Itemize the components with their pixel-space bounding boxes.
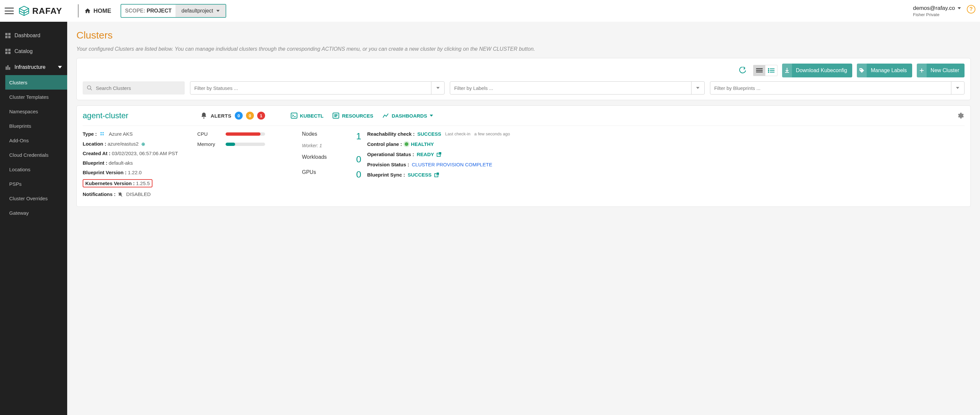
alert-badge-error[interactable]: 1 (257, 112, 265, 119)
home-icon (84, 8, 91, 14)
sidebar-item-dashboard[interactable]: Dashboard (0, 28, 67, 43)
provision-status-link[interactable]: CLUSTER PROVISION COMPLETE (412, 162, 492, 167)
grid-icon (5, 49, 11, 54)
filter-blueprints[interactable]: Filter by Blueprints ... (710, 81, 964, 95)
new-cluster-button[interactable]: New Cluster (917, 64, 964, 77)
svg-rect-8 (6, 67, 7, 70)
health-dot-icon (405, 142, 408, 146)
svg-rect-6 (5, 52, 8, 54)
alert-badge-info[interactable]: 0 (235, 112, 243, 119)
page-title: Clusters (76, 30, 971, 41)
dashboard-icon (5, 33, 11, 38)
open-external-icon[interactable] (434, 173, 439, 177)
refresh-icon (739, 67, 746, 74)
svg-point-14 (768, 68, 769, 70)
terminal-icon (291, 113, 298, 119)
svg-rect-2 (5, 36, 8, 38)
caret-down-icon (958, 7, 961, 9)
search-clusters[interactable] (83, 81, 185, 95)
chevron-down-icon (436, 87, 440, 89)
dashboards-button[interactable]: DASHBOARDS (382, 113, 433, 119)
list-view-icon (768, 68, 775, 73)
logo[interactable]: RAFAY (18, 5, 62, 16)
download-icon (784, 68, 790, 73)
search-input[interactable] (96, 85, 181, 91)
menu-toggle[interactable] (5, 8, 14, 14)
svg-rect-1 (8, 33, 11, 35)
sidebar-item-infrastructure[interactable]: Infrastructure (0, 59, 67, 75)
filter-labels[interactable]: Filter by Labels ... (450, 81, 705, 95)
alerts-label: ALERTS (211, 113, 232, 119)
logo-text: RAFAY (32, 6, 62, 16)
svg-rect-9 (7, 65, 9, 70)
home-link[interactable]: HOME (84, 8, 111, 14)
scope-selector[interactable]: SCOPE: PROJECT defaultproject (121, 4, 226, 18)
main-content: Clusters Your configured Clusters are li… (67, 22, 980, 415)
svg-rect-10 (9, 67, 10, 70)
sidebar-item-catalog[interactable]: Catalog (0, 43, 67, 59)
open-external-icon[interactable] (437, 152, 441, 157)
svg-rect-23 (291, 113, 297, 118)
cluster-card: agent-cluster ALERTS 0 0 1 KUBECTL RESO (76, 105, 971, 207)
scope-label: SCOPE: PROJECT (121, 8, 175, 14)
svg-rect-7 (8, 52, 11, 54)
svg-rect-0 (5, 33, 8, 35)
view-toggle (753, 65, 778, 76)
bell-off-icon (118, 192, 123, 197)
city-icon (5, 65, 11, 70)
tag-icon (859, 68, 864, 73)
cluster-settings-button[interactable] (957, 112, 964, 119)
filter-statuses[interactable]: Filter by Statuses ... (190, 81, 445, 95)
resources-button[interactable]: RESOURCES (332, 113, 373, 119)
kubernetes-version-highlight: Kubernetes Version :1.25.5 (83, 179, 153, 188)
svg-rect-15 (770, 68, 775, 69)
refresh-button[interactable] (737, 65, 748, 76)
sidebar-item-addons[interactable]: Add-Ons (5, 133, 67, 148)
sidebar-item-namespaces[interactable]: Namespaces (5, 104, 67, 119)
cluster-name-link[interactable]: agent-cluster (83, 111, 129, 120)
svg-rect-13 (756, 72, 763, 72)
view-card-button[interactable] (753, 65, 765, 76)
svg-rect-5 (8, 49, 11, 51)
sidebar-item-locations[interactable]: Locations (5, 162, 67, 176)
target-icon (141, 142, 145, 146)
svg-rect-19 (770, 72, 775, 72)
svg-point-26 (102, 132, 104, 134)
azure-icon (100, 132, 105, 137)
chevron-down-icon (696, 87, 700, 89)
toolbar-panel: Download Kubeconfig Manage Labels New Cl… (76, 58, 971, 100)
sidebar-item-cluster-templates[interactable]: Cluster Templates (5, 90, 67, 104)
sidebar: Dashboard Catalog Infrastructure Cluster… (0, 22, 67, 415)
sidebar-item-cloud-credentials[interactable]: Cloud Credentials (5, 148, 67, 162)
svg-point-28 (102, 134, 104, 135)
search-icon (87, 85, 92, 91)
sidebar-item-cluster-overrides[interactable]: Cluster Overrides (5, 191, 67, 205)
resource-bars: CPU Memory (197, 131, 296, 151)
plus-icon (919, 68, 924, 73)
chart-icon (382, 113, 389, 118)
download-kubeconfig-button[interactable]: Download Kubeconfig (782, 64, 853, 77)
svg-rect-11 (756, 68, 763, 69)
svg-rect-4 (5, 49, 8, 51)
cluster-meta: Type : Azure AKS Location :azure/eastus2… (83, 131, 191, 201)
kubectl-button[interactable]: KUBECTL (291, 113, 324, 119)
cluster-counts: Nodes1 Worker: 1 Workloads0 GPUs0 (302, 131, 361, 184)
svg-point-30 (143, 144, 144, 145)
view-list-button[interactable] (765, 65, 777, 76)
scope-value[interactable]: defaultproject (175, 5, 226, 17)
alert-badge-warning[interactable]: 0 (246, 112, 254, 119)
cpu-bar: CPU (197, 131, 296, 137)
sidebar-item-blueprints[interactable]: Blueprints (5, 119, 67, 133)
home-label: HOME (94, 8, 111, 14)
topbar: RAFAY HOME SCOPE: PROJECT defaultproject… (0, 0, 980, 22)
help-button[interactable]: ? (967, 5, 975, 14)
user-menu[interactable]: demos@rafay.co (913, 5, 961, 11)
sidebar-item-gateway[interactable]: Gateway (5, 205, 67, 220)
svg-point-16 (768, 70, 769, 71)
manage-labels-button[interactable]: Manage Labels (857, 64, 912, 77)
sidebar-item-psps[interactable]: PSPs (5, 176, 67, 191)
sidebar-submenu-infrastructure: Clusters Cluster Templates Namespaces Bl… (0, 75, 67, 220)
sidebar-item-clusters[interactable]: Clusters (5, 75, 67, 90)
logo-icon (18, 5, 30, 16)
svg-rect-12 (756, 70, 763, 71)
